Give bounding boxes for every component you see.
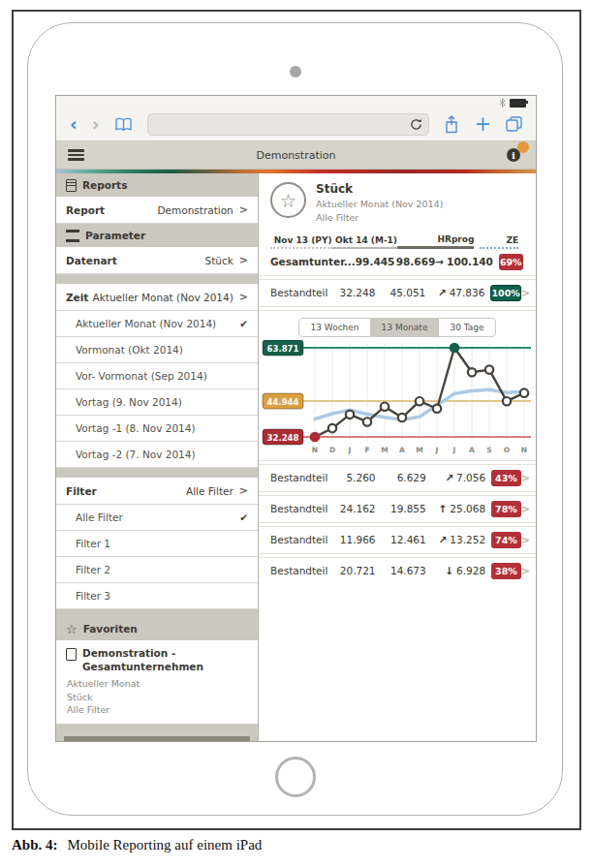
data-point-marker[interactable] — [451, 343, 458, 351]
zeit-option-vortag[interactable]: Vortag (9. Nov 2014) — [56, 389, 258, 416]
bluetooth-icon — [499, 98, 506, 108]
value-m1: 6.629 — [376, 472, 426, 483]
row-label: Gesamtunter... — [270, 256, 356, 267]
new-tab-icon[interactable]: + — [474, 114, 491, 135]
option-label: Filter 2 — [76, 564, 110, 575]
kpi-rows-top: Gesamtunter...99.44598.669→100.14069%Bes… — [259, 249, 536, 306]
tab-13-monate[interactable]: 13 Monate — [371, 318, 440, 337]
favorite-card[interactable]: Demonstration - Gesamtunternehmen Aktuel… — [56, 640, 258, 724]
sidebar: Reports Report Demonstration > Parameter… — [56, 173, 259, 741]
value-hrprog: ↓6.928 — [426, 565, 485, 576]
data-point-marker[interactable] — [416, 397, 423, 405]
ze-badge: 74% — [491, 532, 521, 548]
x-axis-label: A — [399, 446, 405, 454]
divider — [259, 306, 536, 311]
data-point-marker[interactable] — [328, 423, 336, 431]
share-icon[interactable] — [444, 115, 459, 134]
favorite-star-badge[interactable]: ☆ — [270, 182, 306, 218]
tab-13-wochen[interactable]: 13 Wochen — [298, 318, 370, 337]
table-row[interactable]: Bestandteil20.72114.673↓6.92838%> — [259, 558, 536, 584]
sidebar-item-report[interactable]: Report Demonstration > — [56, 197, 258, 224]
table-row[interactable]: Bestandteil24.16219.855↑25.06878%> — [259, 496, 536, 522]
filter-value: Alle Filter — [186, 485, 234, 497]
data-point-marker[interactable] — [346, 410, 354, 418]
value-hrprog: ↗47.836 — [425, 287, 484, 298]
x-axis-label: D — [329, 446, 335, 454]
filter-option-3[interactable]: Filter 3 — [56, 583, 258, 609]
data-point-marker[interactable] — [433, 404, 441, 412]
axis-value-badge-label: 32.248 — [267, 432, 299, 442]
data-point-marker[interactable] — [363, 418, 371, 425]
row-chevron-icon: > — [521, 503, 530, 515]
datenart-value: Stück — [204, 255, 233, 266]
data-point-marker[interactable] — [398, 413, 406, 420]
forward-button[interactable]: › — [92, 115, 100, 134]
tab-30-tage[interactable]: 30 Tage — [439, 318, 495, 337]
value-m1: 45.051 — [375, 287, 425, 298]
row-chevron-icon: > — [521, 287, 530, 299]
sidebar-item-zeit[interactable]: Zeit Aktueller Monat (Nov 2014) > — [56, 284, 258, 311]
star-icon: ☆ — [66, 622, 78, 636]
table-row[interactable]: Bestandteil32.24845.051↗47.836100%> — [259, 280, 536, 306]
column-header-hrprog: HRprog — [397, 234, 474, 249]
hrprog-number: 100.140 — [447, 256, 493, 267]
option-label: Filter 1 — [76, 538, 110, 549]
option-label: Vortag -1 (8. Nov 2014) — [76, 422, 196, 434]
data-point-marker[interactable] — [520, 388, 528, 396]
data-point-marker[interactable] — [468, 368, 476, 376]
table-row[interactable]: Bestandteil11.96612.461↗13.25274%> — [259, 527, 536, 553]
filter-option-1[interactable]: Filter 1 — [56, 531, 258, 557]
row-chevron-icon: > — [521, 472, 530, 484]
data-point-marker[interactable] — [503, 397, 511, 405]
option-label: Vortag -2 (7. Nov 2014) — [76, 449, 196, 460]
ze-badge: 43% — [491, 470, 521, 486]
row-chevron-icon: > — [521, 534, 530, 546]
info-button[interactable]: i — [507, 148, 520, 162]
report-filter-line: Alle Filter — [316, 211, 443, 225]
sidebar-item-datenart[interactable]: Datenart Stück > — [56, 247, 258, 274]
screen: ‹ › + Demonstration i — [55, 95, 537, 742]
filter-option-2[interactable]: Filter 2 — [56, 557, 258, 583]
reload-icon[interactable] — [410, 118, 422, 131]
report-value: Demonstration — [157, 204, 233, 216]
figure-caption: Abb. 4:Mobile Reporting auf einem iPad — [12, 837, 262, 853]
sidebar-item-filter[interactable]: Filter Alle Filter > — [56, 478, 258, 505]
tabs-icon[interactable] — [506, 116, 522, 132]
value-py: 5.260 — [327, 472, 375, 483]
zeit-option-aktueller-monat[interactable]: Aktueller Monat (Nov 2014) ✔ — [56, 311, 258, 337]
chart-period-tabs: 13 Wochen 13 Monate 30 Tage — [259, 318, 536, 337]
zeit-option-vormonat[interactable]: Vormonat (Okt 2014) — [56, 337, 258, 363]
document-icon — [66, 648, 77, 661]
favorite-line-zeit: Aktueller Monat — [67, 677, 248, 690]
column-header-py: Nov 13 (PY) — [270, 235, 332, 249]
data-point-marker[interactable] — [311, 432, 319, 440]
zeit-option-vortag-2[interactable]: Vortag -2 (7. Nov 2014) — [56, 442, 258, 468]
data-point-marker[interactable] — [485, 365, 493, 373]
bookmarks-icon[interactable] — [114, 117, 133, 132]
trend-arrow-icon: ↓ — [445, 565, 453, 576]
option-label: Vor- Vormonat (Sep 2014) — [76, 370, 207, 382]
parameter-header-label: Parameter — [85, 230, 145, 241]
zeit-option-vor-vormonat[interactable]: Vor- Vormonat (Sep 2014) — [56, 363, 258, 389]
address-bar[interactable] — [147, 113, 430, 136]
ze-badge: 69% — [499, 254, 523, 270]
chevron-right-icon: > — [239, 484, 248, 497]
report-label: Report — [66, 204, 105, 216]
table-row[interactable]: Bestandteil5.2606.629↗7.05643%> — [259, 465, 536, 491]
x-axis-label: J — [452, 446, 456, 454]
zeit-label: Zeit — [66, 292, 88, 303]
zeit-option-vortag-1[interactable]: Vortag -1 (8. Nov 2014) — [56, 416, 258, 442]
home-button[interactable] — [275, 757, 316, 797]
chevron-right-icon: > — [239, 203, 248, 216]
axis-value-badge-label: 44.944 — [267, 396, 299, 406]
data-point-marker[interactable] — [381, 402, 389, 410]
value-py: 32.248 — [327, 287, 375, 298]
trend-arrow-icon: ↑ — [439, 503, 448, 514]
figure-frame: ‹ › + Demonstration i — [12, 10, 581, 830]
browser-chrome: ‹ › + — [56, 96, 536, 141]
back-button[interactable]: ‹ — [70, 115, 78, 134]
table-row[interactable]: Gesamtunter...99.44598.669→100.14069% — [259, 249, 536, 275]
edit-favorites-button[interactable]: Favoriten bearbeiten — [64, 736, 250, 741]
filter-option-alle[interactable]: Alle Filter ✔ — [56, 505, 258, 531]
trend-arrow-icon: ↗ — [439, 534, 448, 545]
